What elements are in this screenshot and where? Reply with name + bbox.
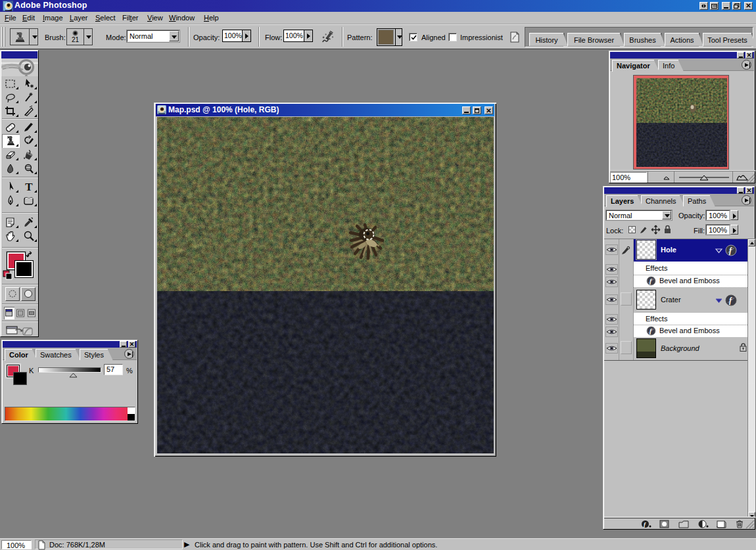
svg-text:T: T (25, 181, 33, 193)
